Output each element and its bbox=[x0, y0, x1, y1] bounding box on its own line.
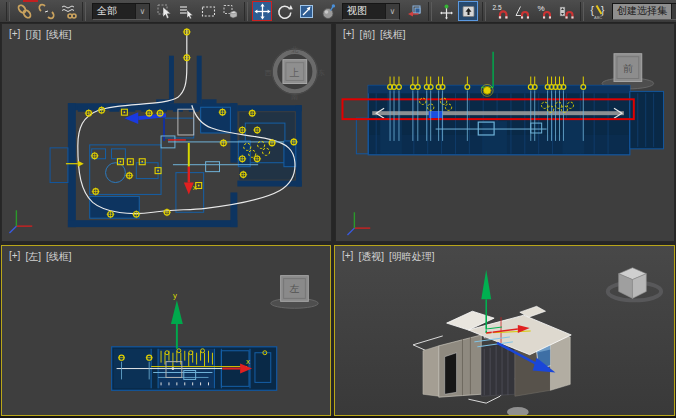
use-pivot-point-center-button[interactable] bbox=[404, 1, 424, 21]
viewport-perspective-label: [+] [透视] [明暗处理] bbox=[342, 250, 435, 264]
broken-link-icon bbox=[38, 3, 55, 20]
rectangular-selection-region-button[interactable] bbox=[198, 1, 218, 21]
select-and-manipulate-button[interactable] bbox=[436, 1, 456, 21]
3dsmax-window: 全部 ∨ bbox=[0, 0, 676, 418]
viewport-menu-button[interactable]: [+] bbox=[9, 28, 20, 42]
viewport-menu-button[interactable]: [+] bbox=[9, 250, 20, 264]
pivot-center-icon bbox=[406, 3, 423, 20]
viewport-pov-button[interactable]: [顶] bbox=[25, 28, 41, 42]
viewcube-perspective[interactable] bbox=[608, 268, 661, 301]
viewport-left[interactable]: [+] [左] [线框] 左 bbox=[1, 245, 331, 416]
svg-text:2.5: 2.5 bbox=[492, 4, 501, 11]
viewport-shading-button[interactable]: [线框] bbox=[46, 250, 72, 264]
toolbar-separator bbox=[580, 2, 584, 21]
toolbar-separator bbox=[428, 2, 432, 21]
main-toolbar: 全部 ∨ bbox=[0, 0, 676, 23]
reference-coordinate-dropdown[interactable]: 视图 ∨ bbox=[342, 3, 400, 20]
world-axis-tripod bbox=[347, 212, 370, 235]
snap-25-magnet-icon: 2.5 bbox=[492, 3, 509, 20]
reference-coordinate-value: 视图 bbox=[343, 4, 385, 18]
dashed-rectangle-icon bbox=[200, 3, 217, 20]
svg-text:上: 上 bbox=[289, 67, 300, 78]
angle-snap-magnet-icon bbox=[514, 3, 531, 20]
top-viewport-scene: 上 北 南 东 西 bbox=[2, 24, 331, 241]
chevron-down-icon[interactable]: ∨ bbox=[671, 4, 676, 19]
front-viewport-scene: 前 bbox=[336, 24, 674, 241]
selection-filter-value: 全部 bbox=[93, 4, 135, 18]
viewport-perspective[interactable]: [+] [透视] [明暗处理] bbox=[334, 245, 675, 416]
ground-object bbox=[507, 407, 529, 415]
shaded-building-model[interactable] bbox=[423, 306, 571, 397]
list-cursor-icon bbox=[178, 3, 195, 20]
select-and-link-button[interactable] bbox=[14, 1, 34, 21]
move-arrows-icon bbox=[254, 3, 271, 20]
angle-snap-toggle-button[interactable] bbox=[512, 1, 532, 21]
viewcube-front[interactable]: 前 bbox=[602, 54, 654, 89]
toolbar-separator bbox=[6, 2, 10, 21]
viewcube-top[interactable]: 上 北 南 东 西 bbox=[265, 46, 326, 101]
unlink-selection-button[interactable] bbox=[36, 1, 56, 21]
cursor-icon bbox=[156, 3, 173, 20]
svg-text:东: 东 bbox=[318, 69, 325, 76]
chevron-down-icon[interactable]: ∨ bbox=[385, 4, 399, 19]
viewport-pov-button[interactable]: [左] bbox=[25, 250, 41, 264]
scale-icon bbox=[298, 3, 315, 20]
space-warp-icon bbox=[60, 3, 77, 20]
named-selection-set-dropdown[interactable]: 创建选择集 ∨ bbox=[612, 3, 676, 20]
viewport-pov-button[interactable]: [透视] bbox=[358, 250, 384, 264]
svg-text:南: 南 bbox=[291, 93, 298, 100]
select-and-rotate-button[interactable] bbox=[274, 1, 294, 21]
toolbar-separator bbox=[82, 2, 86, 21]
viewport-menu-button[interactable]: [+] bbox=[343, 28, 354, 42]
bind-to-space-warp-button[interactable] bbox=[58, 1, 78, 21]
window-crossing-icon bbox=[222, 3, 239, 20]
percent-snap-toggle-button[interactable]: % bbox=[534, 1, 554, 21]
svg-text:%: % bbox=[537, 4, 544, 13]
svg-text:西: 西 bbox=[265, 69, 272, 77]
place-pin-icon bbox=[320, 3, 337, 20]
viewport-front[interactable]: [+] [前] [线框] 前 bbox=[335, 23, 675, 242]
keyboard-shortcut-override-button[interactable] bbox=[458, 1, 478, 21]
viewport-menu-button[interactable]: [+] bbox=[342, 250, 353, 264]
svg-text:ABC: ABC bbox=[594, 15, 602, 20]
manipulate-icon bbox=[438, 3, 455, 20]
left-viewport-scene: 左 bbox=[2, 246, 330, 415]
perspective-viewport-scene bbox=[335, 246, 674, 415]
spinner-snap-toggle-button[interactable] bbox=[556, 1, 576, 21]
viewcube-left[interactable]: 左 bbox=[271, 276, 318, 309]
toolbar-separator bbox=[244, 2, 248, 21]
viewport-left-label: [+] [左] [线框] bbox=[9, 250, 72, 264]
percent-snap-magnet-icon: % bbox=[536, 3, 553, 20]
braces-pencil-icon: { } ABC bbox=[590, 3, 607, 20]
spinner-snap-magnet-icon bbox=[558, 3, 575, 20]
select-and-scale-button[interactable] bbox=[296, 1, 316, 21]
viewport-shading-button[interactable]: [线框] bbox=[380, 28, 406, 42]
chevron-down-icon[interactable]: ∨ bbox=[135, 4, 149, 19]
keycap-up-arrow-icon bbox=[460, 3, 477, 20]
edit-named-selection-sets-button[interactable]: { } ABC bbox=[588, 1, 608, 21]
select-object-button[interactable] bbox=[154, 1, 174, 21]
rotate-icon bbox=[276, 3, 293, 20]
clipped-icon-fragment bbox=[23, 0, 38, 2]
viewport-front-label: [+] [前] [线框] bbox=[343, 28, 406, 42]
select-and-place-button[interactable] bbox=[318, 1, 338, 21]
selection-filter-dropdown[interactable]: 全部 ∨ bbox=[92, 3, 150, 20]
select-and-move-button[interactable] bbox=[252, 1, 272, 21]
selected-light-gizmo[interactable] bbox=[481, 52, 493, 97]
viewport-top[interactable]: [+] [顶] [线框] 上 北 南 东 西 bbox=[1, 23, 332, 242]
viewport-pov-button[interactable]: [前] bbox=[359, 28, 375, 42]
world-axis-tripod bbox=[9, 210, 32, 233]
viewport-shading-button[interactable]: [线框] bbox=[46, 28, 72, 42]
named-selection-set-value: 创建选择集 bbox=[613, 4, 671, 18]
link-icon bbox=[16, 3, 33, 20]
viewport-top-label: [+] [顶] [线框] bbox=[9, 28, 72, 42]
viewport-shading-button[interactable]: [明暗处理] bbox=[389, 250, 435, 264]
svg-text:北: 北 bbox=[291, 46, 298, 54]
select-by-name-button[interactable] bbox=[176, 1, 196, 21]
svg-text:左: 左 bbox=[290, 283, 300, 294]
snap-toggle-25-button[interactable]: 2.5 bbox=[490, 1, 510, 21]
svg-text:前: 前 bbox=[623, 63, 633, 74]
svg-text:y: y bbox=[173, 291, 177, 300]
toolbar-separator bbox=[482, 2, 486, 21]
window-crossing-toggle-button[interactable] bbox=[220, 1, 240, 21]
